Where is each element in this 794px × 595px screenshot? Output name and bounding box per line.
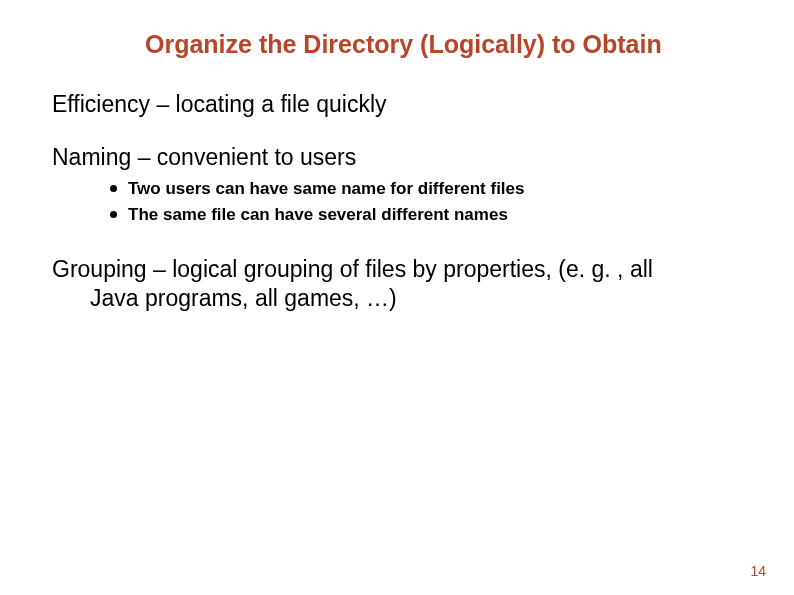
slide-body: Efficiency – locating a file quickly Nam… [52, 90, 742, 313]
slide: Organize the Directory (Logically) to Ob… [0, 0, 794, 595]
page-number: 14 [750, 563, 766, 579]
naming-subpoints: Two users can have same name for differe… [110, 178, 742, 228]
slide-title: Organize the Directory (Logically) to Ob… [145, 30, 662, 59]
point-efficiency: Efficiency – locating a file quickly [52, 90, 742, 119]
point-naming: Naming – convenient to users [52, 143, 742, 172]
subpoint-1: Two users can have same name for differe… [110, 178, 742, 201]
subpoint-2: The same file can have several different… [110, 204, 742, 227]
grouping-line1: Grouping – logical grouping of files by … [52, 256, 653, 282]
grouping-line2: Java programs, all games, …) [52, 284, 742, 313]
point-grouping: Grouping – logical grouping of files by … [52, 255, 742, 313]
